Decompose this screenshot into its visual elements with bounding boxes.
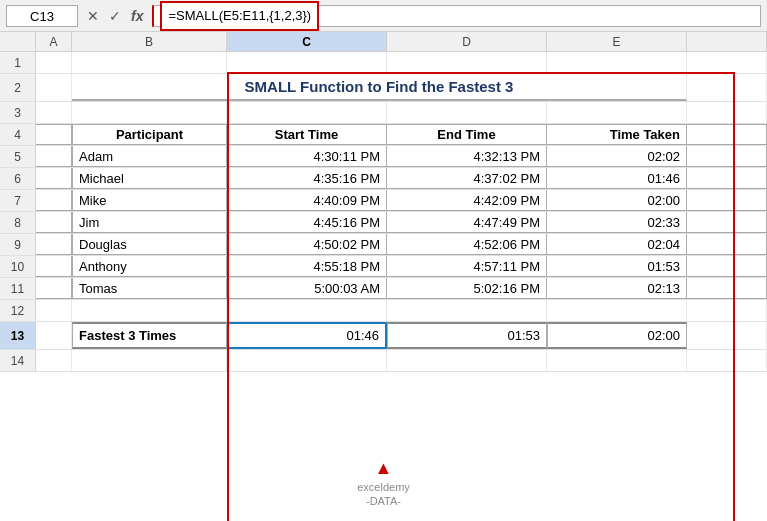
result-value-2[interactable]: 01:53	[387, 322, 547, 349]
cell-a8[interactable]	[36, 212, 72, 233]
cell-extra-14	[687, 350, 767, 371]
cell-participant-9[interactable]: Douglas	[72, 234, 227, 255]
cell-d14[interactable]	[387, 350, 547, 371]
cell-time-6[interactable]: 01:46	[547, 168, 687, 189]
watermark-arrow: ▲	[375, 458, 393, 479]
result-value-3[interactable]: 02:00	[547, 322, 687, 349]
cell-start-11[interactable]: 5:00:03 AM	[227, 278, 387, 299]
cell-d12[interactable]	[387, 300, 547, 321]
cell-end-11[interactable]: 5:02:16 PM	[387, 278, 547, 299]
cell-time-11[interactable]: 02:13	[547, 278, 687, 299]
cell-end-8[interactable]: 4:47:49 PM	[387, 212, 547, 233]
cell-d1[interactable]	[387, 52, 547, 73]
cell-extra-7	[687, 190, 767, 211]
row-12: 12	[0, 300, 767, 322]
col-header-a[interactable]: A	[36, 32, 72, 51]
cell-extra-9	[687, 234, 767, 255]
col-header-c[interactable]: C	[227, 32, 387, 51]
formula-input[interactable]: =SMALL(E5:E11,{1,2,3})	[152, 5, 761, 27]
cell-end-7[interactable]: 4:42:09 PM	[387, 190, 547, 211]
column-headers: A B C D E	[0, 32, 767, 52]
result-value-1[interactable]: 01:46	[227, 322, 387, 349]
cell-a14[interactable]	[36, 350, 72, 371]
cell-c1[interactable]	[227, 52, 387, 73]
col-header-d[interactable]: D	[387, 32, 547, 51]
cell-b14[interactable]	[72, 350, 227, 371]
cell-end-9[interactable]: 4:52:06 PM	[387, 234, 547, 255]
confirm-icon[interactable]: ✓	[106, 8, 124, 24]
cell-start-7[interactable]: 4:40:09 PM	[227, 190, 387, 211]
cell-participant-5[interactable]: Adam	[72, 146, 227, 167]
cell-a1[interactable]	[36, 52, 72, 73]
cell-extra-12	[687, 300, 767, 321]
cell-a11[interactable]	[36, 278, 72, 299]
formula-bar-container: C13 ✕ ✓ fx =SMALL(E5:E11,{1,2,3})	[0, 0, 767, 32]
rownum-8: 8	[0, 212, 36, 233]
row-6: 6 Michael 4:35:16 PM 4:37:02 PM 01:46	[0, 168, 767, 190]
watermark-text: exceldemy	[357, 481, 410, 493]
cell-start-6[interactable]: 4:35:16 PM	[227, 168, 387, 189]
cell-a12[interactable]	[36, 300, 72, 321]
cell-participant-7[interactable]: Mike	[72, 190, 227, 211]
sheet-body: 1 2 SMALL Function to Find the Fastest 3…	[0, 52, 767, 372]
rownum-1: 1	[0, 52, 36, 73]
cell-b12[interactable]	[72, 300, 227, 321]
cell-a10[interactable]	[36, 256, 72, 277]
cell-start-8[interactable]: 4:45:16 PM	[227, 212, 387, 233]
cell-e12[interactable]	[547, 300, 687, 321]
rownum-3: 3	[0, 102, 36, 123]
cell-a3[interactable]	[36, 102, 72, 123]
watermark: ▲ exceldemy -DATA-	[357, 458, 410, 507]
cell-c3[interactable]	[227, 102, 387, 123]
cell-a2[interactable]	[36, 74, 72, 101]
cell-a7[interactable]	[36, 190, 72, 211]
cell-start-5[interactable]: 4:30:11 PM	[227, 146, 387, 167]
cell-participant-11[interactable]: Tomas	[72, 278, 227, 299]
cell-extra-5	[687, 146, 767, 167]
cell-a5[interactable]	[36, 146, 72, 167]
cell-b1[interactable]	[72, 52, 227, 73]
cell-a13[interactable]	[36, 322, 72, 349]
cell-e1[interactable]	[547, 52, 687, 73]
name-box[interactable]: C13	[6, 5, 78, 27]
row-1: 1	[0, 52, 767, 74]
cell-a6[interactable]	[36, 168, 72, 189]
cell-time-9[interactable]: 02:04	[547, 234, 687, 255]
cell-c14[interactable]	[227, 350, 387, 371]
cell-a4[interactable]	[36, 124, 72, 145]
row-num-header	[0, 32, 36, 51]
col-header-b[interactable]: B	[72, 32, 227, 51]
row-2: 2 SMALL Function to Find the Fastest 3	[0, 74, 767, 102]
result-label: Fastest 3 Times	[72, 322, 227, 349]
cell-time-7[interactable]: 02:00	[547, 190, 687, 211]
header-participant: Participant	[72, 124, 227, 145]
cell-extra-1	[687, 52, 767, 73]
cell-d3[interactable]	[387, 102, 547, 123]
header-end-time: End Time	[387, 124, 547, 145]
insert-function-icon[interactable]: fx	[128, 8, 146, 24]
row-3: 3	[0, 102, 767, 124]
cell-start-10[interactable]: 4:55:18 PM	[227, 256, 387, 277]
rownum-2: 2	[0, 74, 36, 101]
col-header-e[interactable]: E	[547, 32, 687, 51]
cell-time-10[interactable]: 01:53	[547, 256, 687, 277]
cancel-icon[interactable]: ✕	[84, 8, 102, 24]
rownum-6: 6	[0, 168, 36, 189]
rownum-13: 13	[0, 322, 36, 349]
cell-end-5[interactable]: 4:32:13 PM	[387, 146, 547, 167]
cell-e14[interactable]	[547, 350, 687, 371]
col-header-extra	[687, 32, 767, 51]
cell-a9[interactable]	[36, 234, 72, 255]
cell-c12[interactable]	[227, 300, 387, 321]
cell-time-8[interactable]: 02:33	[547, 212, 687, 233]
cell-time-5[interactable]: 02:02	[547, 146, 687, 167]
cell-b3[interactable]	[72, 102, 227, 123]
cell-start-9[interactable]: 4:50:02 PM	[227, 234, 387, 255]
cell-participant-8[interactable]: Jim	[72, 212, 227, 233]
cell-end-6[interactable]: 4:37:02 PM	[387, 168, 547, 189]
cell-end-10[interactable]: 4:57:11 PM	[387, 256, 547, 277]
row-13: 13 Fastest 3 Times 01:46 01:53 02:00	[0, 322, 767, 350]
cell-participant-6[interactable]: Michael	[72, 168, 227, 189]
cell-participant-10[interactable]: Anthony	[72, 256, 227, 277]
cell-e3[interactable]	[547, 102, 687, 123]
